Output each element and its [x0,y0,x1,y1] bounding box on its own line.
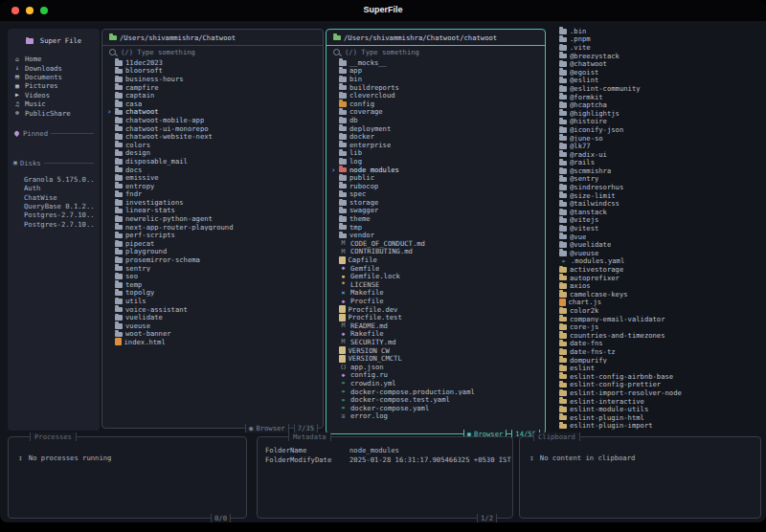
file-row[interactable]: docs [107,166,319,174]
file-row[interactable]: .modules.yaml [552,257,762,266]
file-row[interactable]: @eslint [552,77,762,85]
file-row[interactable]: topolgy [107,289,319,298]
file-row[interactable]: camelcase-keys [552,290,762,299]
file-row[interactable]: eslint-plugin-import [552,422,762,431]
file-row[interactable]: Gemfile.lock [331,272,541,280]
file-row[interactable]: @tailwindcss [552,199,762,208]
file-row[interactable]: eslint-import-resolver-node [552,388,762,397]
file-row[interactable]: @vueuse [552,249,762,257]
file-row[interactable]: docker-compose.yaml [331,404,541,412]
file-row[interactable]: docker [331,132,541,141]
file-row[interactable]: @highlightjs [552,109,762,118]
file-row[interactable]: chatwoot-mobile-app [107,116,319,124]
file-row[interactable]: date-fns-tz [552,347,762,356]
file-row[interactable]: @vitest [552,224,762,233]
file-row[interactable]: VERSION_CMCTL [331,354,541,363]
file-row[interactable]: ›chatwoot [107,108,319,117]
file-row[interactable]: investigations [107,198,319,207]
file-row[interactable]: .bin [552,27,762,35]
file-row[interactable]: emissive [107,173,319,182]
file-row[interactable]: entropy [107,182,319,190]
file-row[interactable]: company-email-validator [552,315,762,323]
file-row[interactable]: public [331,173,541,182]
file-row[interactable]: playground [107,248,319,256]
file-row[interactable]: @histoire [552,118,762,126]
file-row[interactable]: eslint [552,364,762,372]
sidebar-item-pictures[interactable]: ▦Pictures [13,81,94,90]
file-row[interactable]: swagger [331,207,541,215]
file-row[interactable]: crowdin.yml [331,379,541,388]
file-row[interactable]: buildreports [331,83,541,92]
file-row[interactable]: README.md [331,321,541,330]
file-row[interactable]: coverage [331,108,541,117]
file-row[interactable]: rubocop [331,182,541,190]
file-row[interactable]: tmp [331,223,541,232]
file-row[interactable]: enterprise [331,141,541,149]
file-row[interactable]: dompurify [552,356,762,365]
file-row[interactable]: Capfile [331,255,541,264]
panel-path-bar[interactable]: /Users/shivammishra/Chatwoot [102,30,323,46]
file-row[interactable]: 11dec2023 [107,58,319,67]
file-row[interactable]: Makefile [331,289,541,298]
file-row[interactable]: autoprefixer [552,274,762,282]
file-row[interactable]: @breezystack [552,52,762,60]
file-row[interactable]: Rakefile [331,330,541,339]
file-row[interactable]: __mocks__ [331,58,541,67]
file-row[interactable]: perf-scripts [107,231,319,239]
file-row[interactable]: spec [331,190,541,199]
file-row[interactable]: @vue [552,233,762,241]
file-row[interactable]: newrelic-python-agent [107,214,319,223]
file-row[interactable]: deployment [331,124,541,133]
file-row[interactable]: index.html [107,338,319,346]
file-row[interactable]: chart.js [552,299,762,307]
file-row[interactable]: @iconify-json [552,125,762,134]
file-row[interactable]: @lk77 [552,142,762,150]
file-row[interactable]: eslint-interactive [552,397,762,406]
file-row[interactable]: app.json [331,363,541,371]
file-row[interactable]: CODE_OF_CONDUCT.md [331,239,541,248]
file-row[interactable]: docker-compose.production.yaml [331,388,541,396]
file-row[interactable]: captain [107,91,319,100]
file-row[interactable]: fndr [107,190,319,199]
sidebar-item-documents[interactable]: ▤Documents [13,73,94,81]
file-row[interactable]: @vuelidate [552,240,762,249]
file-row[interactable]: VERSION_CW [331,346,541,355]
file-row[interactable]: error.log [331,412,541,421]
file-row[interactable]: pipecat [107,239,319,248]
file-row[interactable]: temp [107,280,319,289]
file-row[interactable]: bin [331,75,541,83]
sidebar-item-downloads[interactable]: ↓Downloads [13,63,94,72]
file-row[interactable]: app [331,67,541,76]
disk-item[interactable]: Postgres-2.7.10... [24,211,94,219]
file-row[interactable]: @scmmishra [552,166,762,175]
file-row[interactable]: config [331,100,541,108]
file-row[interactable]: chatwoot-website-next [107,132,319,141]
file-row[interactable]: lib [331,149,541,158]
search-input[interactable]: (/) Type something [102,46,323,57]
file-row[interactable]: theme [331,214,541,223]
file-row[interactable]: db [331,116,541,124]
file-row[interactable]: eslint-module-utils [552,405,762,413]
file-row[interactable]: linear-stats [107,207,319,215]
sidebar-item-videos[interactable]: ▶Videos [13,91,94,100]
file-row[interactable]: Procfile.dev [331,305,541,314]
file-row[interactable]: design [107,149,319,158]
file-row[interactable]: prosemirror-schema [107,255,319,264]
file-row[interactable]: vendor [331,231,541,239]
file-row[interactable]: date-fns [552,340,762,348]
file-row[interactable]: disposable_mail [107,157,319,166]
file-row[interactable]: colors [107,141,319,149]
disk-item[interactable]: Granola 5.175.0... [24,175,94,184]
file-row[interactable]: log [331,157,541,166]
file-row[interactable]: @radix-ui [552,150,762,159]
panel-path-bar[interactable]: /Users/shivammishra/Chatwoot/chatwoot [327,30,545,46]
disk-item[interactable]: Postgres-2.7.10... [24,220,94,229]
file-row[interactable]: voice-assistant [107,305,319,314]
file-row[interactable]: vueuse [107,321,319,330]
file-row[interactable]: Gemfile [331,264,541,273]
file-row[interactable]: eslint-config-prettier [552,381,762,389]
file-row[interactable]: @sindresorhus [552,183,762,191]
file-row[interactable]: clevercloud [331,91,541,100]
file-row[interactable]: sentry [107,264,319,273]
file-row[interactable]: countries-and-timezones [552,331,762,340]
